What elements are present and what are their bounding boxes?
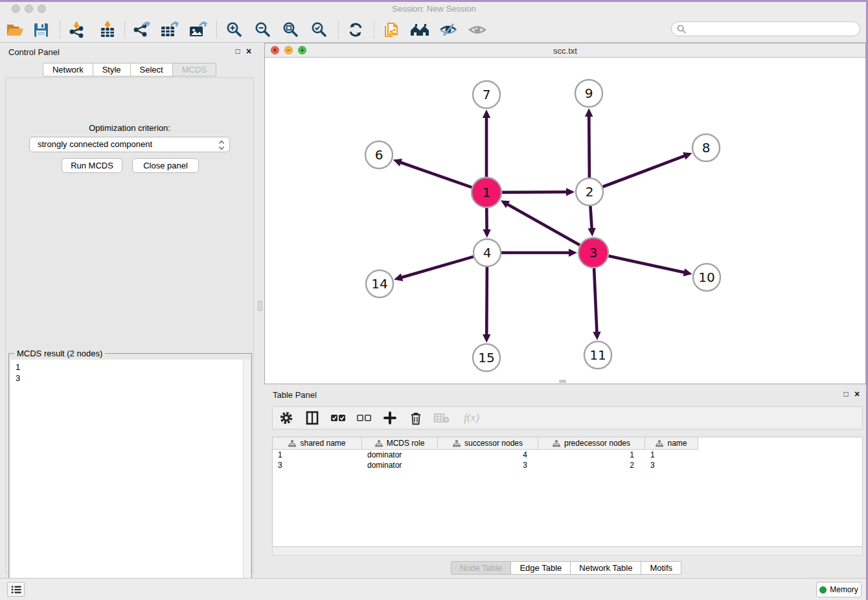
- control-tab-network[interactable]: Network: [43, 63, 93, 76]
- network-canvas[interactable]: 1234678910111415: [265, 58, 865, 384]
- show-columns-icon[interactable]: [304, 410, 321, 426]
- close-icon[interactable]: ×: [244, 46, 253, 56]
- table-tabs: Node TableEdge TableNetwork TableMotifs: [264, 561, 868, 575]
- status-bar: Memory: [0, 578, 868, 600]
- graph-edge-3-11[interactable]: [594, 268, 597, 332]
- criterion-select[interactable]: strongly connected component: [29, 137, 230, 152]
- mcds-tab-content: Optimization criterion: strongly connect…: [5, 77, 254, 573]
- table-cell: 3: [438, 460, 538, 470]
- list-icon: [11, 585, 21, 594]
- memory-status-icon: [819, 586, 827, 594]
- select-all-columns-icon[interactable]: [330, 410, 347, 426]
- search-input[interactable]: [671, 21, 860, 36]
- graph-edge-4-15[interactable]: [486, 267, 487, 335]
- network-view-title: scc.txt: [265, 46, 865, 56]
- memory-label: Memory: [830, 585, 858, 594]
- graph-edge-3-1[interactable]: [507, 204, 580, 245]
- application-window: Session: New Session: [0, 0, 868, 600]
- open-file-icon[interactable]: [4, 19, 26, 41]
- zoom-out-icon[interactable]: [252, 19, 274, 41]
- graph-svg: 1234678910111415: [265, 58, 865, 384]
- table-tab-edge-table[interactable]: Edge Table: [511, 561, 571, 575]
- memory-button[interactable]: Memory: [816, 582, 862, 597]
- zoom-in-icon[interactable]: [223, 19, 246, 41]
- graph-edge-2-9[interactable]: [589, 116, 589, 178]
- node-label-2: 2: [586, 184, 594, 200]
- unselect-all-columns-icon[interactable]: [356, 410, 372, 426]
- graph-edge-4-14[interactable]: [402, 257, 474, 277]
- control-tab-mcds[interactable]: MCDS: [173, 63, 216, 76]
- float-window-icon[interactable]: □: [841, 389, 851, 398]
- table-cell: 1: [538, 450, 645, 460]
- column-header-name[interactable]: name: [645, 437, 698, 450]
- delete-column-icon[interactable]: [407, 410, 424, 426]
- column-header-successor-nodes[interactable]: successor nodes: [438, 437, 538, 450]
- control-panel-tabs: NetworkStyleSelectMCDS: [0, 63, 259, 76]
- edge-arrowhead: [483, 110, 490, 118]
- refresh-icon[interactable]: [345, 19, 367, 41]
- control-tab-select[interactable]: Select: [131, 63, 173, 76]
- show-details-eye-icon[interactable]: [466, 19, 488, 41]
- hide-details-eye-slash-icon[interactable]: [437, 19, 459, 41]
- close-panel-button[interactable]: Close panel: [132, 158, 199, 173]
- edge-arrowhead: [393, 159, 402, 167]
- table-cell: dominator: [362, 460, 438, 470]
- node-label-6: 6: [375, 147, 383, 163]
- table-row[interactable]: 1dominator411: [273, 450, 862, 460]
- zoom-fit-icon[interactable]: [280, 19, 302, 41]
- splitter-handle[interactable]: [258, 301, 262, 311]
- table-panel: Table Panel □ ×: [264, 386, 868, 578]
- save-session-icon[interactable]: [30, 19, 52, 41]
- toolbar-separator: [374, 21, 374, 38]
- control-tab-style[interactable]: Style: [93, 63, 131, 76]
- table-options-gear-icon[interactable]: [278, 410, 295, 426]
- export-image-icon[interactable]: [187, 19, 209, 41]
- clone-network-icon[interactable]: [380, 19, 402, 41]
- table-panel-header: Table Panel □ ×: [264, 386, 868, 405]
- node-label-8: 8: [702, 140, 711, 156]
- main-toolbar: [0, 17, 868, 43]
- delete-table-icon-disabled: [433, 410, 450, 426]
- zoom-selected-icon[interactable]: [308, 19, 330, 41]
- graph-edge-2-8[interactable]: [603, 156, 685, 187]
- table-horizontal-scrollbar[interactable]: [272, 548, 863, 556]
- export-network-icon[interactable]: [130, 19, 152, 41]
- node-label-10: 10: [698, 270, 714, 285]
- export-table-icon[interactable]: [159, 19, 181, 41]
- column-header-shared-name[interactable]: shared name: [273, 437, 362, 450]
- edge-arrowhead: [483, 229, 490, 238]
- table-cell: 1: [273, 450, 362, 460]
- first-neighbors-icon[interactable]: [409, 19, 431, 41]
- graph-edge-3-10[interactable]: [608, 256, 684, 272]
- import-network-icon[interactable]: [65, 19, 87, 41]
- mcds-result-title: MCDS result (2 nodes): [14, 349, 105, 358]
- graph-edge-1-6[interactable]: [400, 163, 472, 188]
- close-icon[interactable]: ×: [852, 389, 862, 399]
- float-window-icon[interactable]: □: [233, 47, 242, 56]
- column-header-MCDS-role[interactable]: MCDS role: [362, 437, 438, 450]
- edge-arrowhead: [588, 228, 595, 237]
- graph-edge-1-2[interactable]: [502, 192, 567, 192]
- graph-edge-2-3[interactable]: [590, 206, 591, 229]
- table-cell: dominator: [362, 450, 438, 460]
- table-row[interactable]: 3dominator323: [273, 460, 862, 470]
- view-resize-handle[interactable]: [559, 380, 566, 383]
- edge-arrowhead: [569, 249, 577, 257]
- mcds-result-text[interactable]: 1 3: [10, 360, 243, 600]
- control-panel-header: Control Panel □ ×: [0, 43, 259, 62]
- table-tab-node-table[interactable]: Node Table: [451, 561, 512, 575]
- table-tab-motifs[interactable]: Motifs: [641, 561, 681, 575]
- table-tab-network-table[interactable]: Network Table: [571, 561, 641, 575]
- column-header-predecessor-nodes[interactable]: predecessor nodes: [538, 437, 645, 450]
- task-history-button[interactable]: [7, 582, 25, 597]
- run-mcds-button[interactable]: Run MCDS: [62, 158, 122, 173]
- table-body: 1dominator4113dominator323: [273, 450, 862, 470]
- node-label-14: 14: [371, 276, 387, 292]
- node-table[interactable]: shared nameMCDS rolesuccessor nodesprede…: [272, 437, 863, 547]
- network-window-titlebar: × – + scc.txt: [265, 43, 865, 58]
- add-column-icon[interactable]: [382, 410, 398, 426]
- import-table-icon[interactable]: [97, 19, 119, 41]
- toolbar-separator: [216, 21, 217, 38]
- search-icon: [677, 25, 686, 34]
- result-scrollbar[interactable]: [243, 360, 250, 600]
